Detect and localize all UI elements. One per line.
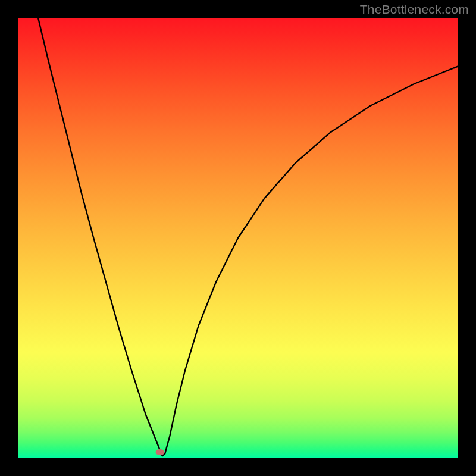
curve-svg: [18, 18, 458, 458]
plot-area: [18, 18, 458, 458]
bottleneck-curve: [38, 18, 458, 456]
chart-stage: TheBottleneck.com: [0, 0, 476, 476]
watermark-text: TheBottleneck.com: [360, 2, 469, 17]
optimal-point-marker: [156, 449, 165, 455]
